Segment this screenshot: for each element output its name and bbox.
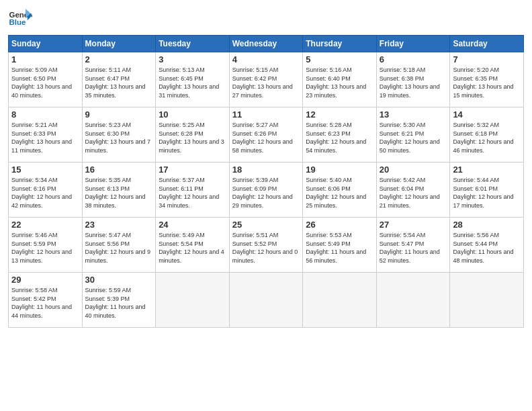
logo-icon: General Blue — [8, 7, 32, 31]
day-info: Sunrise: 5:16 AMSunset: 6:40 PMDaylight:… — [306, 66, 373, 99]
day-number: 27 — [380, 220, 447, 230]
calendar-body: 1Sunrise: 5:09 AMSunset: 6:50 PMDaylight… — [9, 52, 524, 328]
day-number: 14 — [453, 109, 521, 120]
svg-text:Blue: Blue — [9, 18, 26, 26]
day-info: Sunrise: 5:46 AMSunset: 5:59 PMDaylight:… — [11, 231, 79, 265]
day-number: 10 — [159, 109, 226, 120]
day-number: 20 — [380, 165, 447, 175]
day-info: Sunrise: 5:09 AMSunset: 6:50 PMDaylight:… — [11, 66, 79, 99]
logo: General Blue — [8, 7, 32, 31]
day-info: Sunrise: 5:18 AMSunset: 6:38 PMDaylight:… — [380, 66, 447, 99]
day-info: Sunrise: 5:58 AMSunset: 5:42 PMDaylight:… — [11, 286, 79, 320]
calendar-day-cell: 27Sunrise: 5:54 AMSunset: 5:47 PMDayligh… — [376, 218, 450, 273]
weekday-header-cell: Sunday — [9, 36, 83, 52]
calendar-day-cell: 14Sunrise: 5:32 AMSunset: 6:18 PMDayligh… — [450, 107, 524, 163]
day-number: 30 — [85, 275, 153, 285]
day-number: 25 — [232, 220, 300, 230]
day-number: 16 — [85, 165, 153, 175]
calendar-day-cell: 2Sunrise: 5:11 AMSunset: 6:47 PMDaylight… — [82, 52, 156, 107]
day-info: Sunrise: 5:49 AMSunset: 5:54 PMDaylight:… — [159, 231, 226, 265]
day-info: Sunrise: 5:27 AMSunset: 6:26 PMDaylight:… — [232, 121, 300, 154]
calendar-day-cell: 8Sunrise: 5:21 AMSunset: 6:33 PMDaylight… — [9, 107, 83, 163]
calendar-week-row: 29Sunrise: 5:58 AMSunset: 5:42 PMDayligh… — [9, 273, 524, 328]
calendar-week-row: 15Sunrise: 5:34 AMSunset: 6:16 PMDayligh… — [9, 163, 524, 218]
day-info: Sunrise: 5:25 AMSunset: 6:28 PMDaylight:… — [159, 121, 226, 154]
calendar-day-cell — [229, 273, 303, 328]
day-number: 28 — [453, 220, 521, 230]
day-info: Sunrise: 5:30 AMSunset: 6:21 PMDaylight:… — [380, 121, 447, 154]
day-info: Sunrise: 5:28 AMSunset: 6:23 PMDaylight:… — [306, 121, 373, 154]
calendar-day-cell: 11Sunrise: 5:27 AMSunset: 6:26 PMDayligh… — [229, 107, 303, 163]
day-number: 6 — [380, 54, 447, 64]
day-number: 26 — [306, 220, 373, 230]
page-container: General Blue SundayMondayTuesdayWednesda… — [0, 0, 532, 334]
calendar-day-cell — [303, 273, 377, 328]
day-number: 7 — [453, 54, 521, 64]
day-number: 5 — [306, 54, 373, 64]
calendar-day-cell: 3Sunrise: 5:13 AMSunset: 6:45 PMDaylight… — [156, 52, 230, 107]
calendar-week-row: 22Sunrise: 5:46 AMSunset: 5:59 PMDayligh… — [9, 218, 524, 273]
day-number: 19 — [306, 165, 373, 175]
calendar-day-cell — [376, 273, 450, 328]
calendar-day-cell: 10Sunrise: 5:25 AMSunset: 6:28 PMDayligh… — [156, 107, 230, 163]
day-info: Sunrise: 5:51 AMSunset: 5:52 PMDaylight:… — [232, 231, 300, 265]
weekday-header-cell: Saturday — [450, 36, 524, 52]
weekday-header-cell: Thursday — [303, 36, 377, 52]
calendar-day-cell: 13Sunrise: 5:30 AMSunset: 6:21 PMDayligh… — [376, 107, 450, 163]
calendar-day-cell: 26Sunrise: 5:53 AMSunset: 5:49 PMDayligh… — [303, 218, 377, 273]
calendar-day-cell: 23Sunrise: 5:47 AMSunset: 5:56 PMDayligh… — [82, 218, 156, 273]
day-info: Sunrise: 5:59 AMSunset: 5:39 PMDaylight:… — [85, 286, 153, 320]
calendar-day-cell: 15Sunrise: 5:34 AMSunset: 6:16 PMDayligh… — [9, 163, 83, 218]
calendar-day-cell: 30Sunrise: 5:59 AMSunset: 5:39 PMDayligh… — [82, 273, 156, 328]
day-info: Sunrise: 5:35 AMSunset: 6:13 PMDaylight:… — [85, 176, 153, 210]
calendar-day-cell — [450, 273, 524, 328]
day-number: 11 — [232, 109, 300, 120]
weekday-header-cell: Tuesday — [156, 36, 230, 52]
day-number: 22 — [11, 220, 79, 230]
day-info: Sunrise: 5:54 AMSunset: 5:47 PMDaylight:… — [380, 231, 447, 265]
calendar-day-cell: 9Sunrise: 5:23 AMSunset: 6:30 PMDaylight… — [82, 107, 156, 163]
day-info: Sunrise: 5:13 AMSunset: 6:45 PMDaylight:… — [159, 66, 226, 99]
weekday-header-cell: Monday — [82, 36, 156, 52]
day-info: Sunrise: 5:37 AMSunset: 6:11 PMDaylight:… — [159, 176, 226, 210]
day-number: 29 — [11, 275, 79, 285]
day-number: 15 — [11, 165, 79, 175]
day-number: 1 — [11, 54, 79, 64]
day-number: 24 — [159, 220, 226, 230]
calendar-table: SundayMondayTuesdayWednesdayThursdayFrid… — [8, 35, 524, 328]
calendar-day-cell: 29Sunrise: 5:58 AMSunset: 5:42 PMDayligh… — [9, 273, 83, 328]
day-number: 17 — [159, 165, 226, 175]
day-number: 8 — [11, 109, 79, 120]
day-number: 21 — [453, 165, 521, 175]
weekday-header-cell: Friday — [376, 36, 450, 52]
day-info: Sunrise: 5:56 AMSunset: 5:44 PMDaylight:… — [453, 231, 521, 265]
calendar-day-cell: 24Sunrise: 5:49 AMSunset: 5:54 PMDayligh… — [156, 218, 230, 273]
calendar-day-cell: 12Sunrise: 5:28 AMSunset: 6:23 PMDayligh… — [303, 107, 377, 163]
calendar-day-cell: 5Sunrise: 5:16 AMSunset: 6:40 PMDaylight… — [303, 52, 377, 107]
calendar-day-cell: 4Sunrise: 5:15 AMSunset: 6:42 PMDaylight… — [229, 52, 303, 107]
day-info: Sunrise: 5:39 AMSunset: 6:09 PMDaylight:… — [232, 176, 300, 210]
weekday-header-row: SundayMondayTuesdayWednesdayThursdayFrid… — [9, 36, 524, 52]
day-info: Sunrise: 5:15 AMSunset: 6:42 PMDaylight:… — [232, 66, 300, 99]
calendar-day-cell: 20Sunrise: 5:42 AMSunset: 6:04 PMDayligh… — [376, 163, 450, 218]
calendar-day-cell: 17Sunrise: 5:37 AMSunset: 6:11 PMDayligh… — [156, 163, 230, 218]
day-info: Sunrise: 5:47 AMSunset: 5:56 PMDaylight:… — [85, 231, 153, 265]
day-number: 2 — [85, 54, 153, 64]
calendar-day-cell: 7Sunrise: 5:20 AMSunset: 6:35 PMDaylight… — [450, 52, 524, 107]
calendar-day-cell: 21Sunrise: 5:44 AMSunset: 6:01 PMDayligh… — [450, 163, 524, 218]
day-info: Sunrise: 5:11 AMSunset: 6:47 PMDaylight:… — [85, 66, 153, 99]
day-number: 13 — [380, 109, 447, 120]
day-info: Sunrise: 5:20 AMSunset: 6:35 PMDaylight:… — [453, 66, 521, 99]
calendar-day-cell — [156, 273, 230, 328]
calendar-week-row: 1Sunrise: 5:09 AMSunset: 6:50 PMDaylight… — [9, 52, 524, 107]
calendar-day-cell: 16Sunrise: 5:35 AMSunset: 6:13 PMDayligh… — [82, 163, 156, 218]
day-number: 3 — [159, 54, 226, 64]
calendar-day-cell: 6Sunrise: 5:18 AMSunset: 6:38 PMDaylight… — [376, 52, 450, 107]
day-number: 9 — [85, 109, 153, 120]
page-header: General Blue — [8, 7, 524, 31]
calendar-day-cell: 25Sunrise: 5:51 AMSunset: 5:52 PMDayligh… — [229, 218, 303, 273]
day-info: Sunrise: 5:53 AMSunset: 5:49 PMDaylight:… — [306, 231, 373, 265]
day-info: Sunrise: 5:34 AMSunset: 6:16 PMDaylight:… — [11, 176, 79, 210]
calendar-day-cell: 22Sunrise: 5:46 AMSunset: 5:59 PMDayligh… — [9, 218, 83, 273]
day-number: 12 — [306, 109, 373, 120]
